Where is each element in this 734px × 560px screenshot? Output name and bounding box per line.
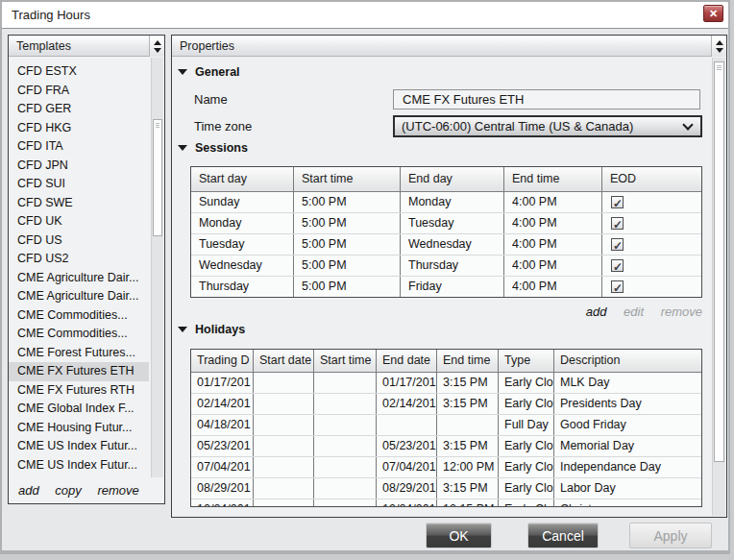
template-item[interactable]: CME Commodities... (9, 306, 149, 326)
templates-panel-title: Templates (16, 39, 71, 53)
session-row[interactable]: Tuesday5:00 PMWednesday4:00 PM (191, 233, 701, 255)
eod-checkbox[interactable] (611, 259, 624, 272)
template-item[interactable]: CFD US2 (9, 250, 149, 269)
template-item[interactable]: CFD JPN (9, 157, 149, 176)
template-item[interactable]: CFD SUI (9, 175, 149, 194)
holiday-cell: 3:15 PM (437, 394, 499, 414)
template-item[interactable]: CFD US (9, 231, 149, 251)
holiday-cell (254, 415, 314, 435)
template-item[interactable]: CME Global Index F... (9, 400, 149, 419)
holidays-column-header: Type (499, 350, 554, 372)
template-item[interactable]: CFD HKG (9, 119, 149, 138)
holiday-cell (314, 457, 377, 477)
template-item[interactable]: CFD ITA (9, 137, 149, 157)
holiday-cell: Labor Day (554, 478, 701, 499)
properties-panel-header: Properties (172, 36, 726, 57)
holiday-cell: MLK Day (554, 373, 701, 393)
session-cell: 5:00 PM (294, 192, 401, 212)
holiday-row[interactable]: 04/18/201Full DayGood Friday (191, 414, 701, 435)
session-eod-cell (602, 277, 701, 297)
template-item[interactable]: CME US Index Futur... (9, 437, 149, 456)
template-item[interactable]: CME Forest Futures... (9, 344, 149, 363)
timezone-select[interactable]: (UTC-06:00) Central Time (US & Canada) (393, 115, 702, 137)
name-label: Name (194, 92, 228, 107)
session-cell: Tuesday (191, 234, 294, 255)
template-item[interactable]: CFD GER (9, 100, 149, 119)
ok-button[interactable]: OK (426, 523, 492, 548)
template-item[interactable]: CFD FRA (9, 82, 149, 101)
templates-scrollbar-thumb[interactable] (153, 119, 162, 236)
properties-scrollbar (712, 58, 725, 516)
template-item[interactable]: CFD ESTX (9, 62, 149, 82)
holiday-row[interactable]: 07/04/20107/04/20112:00 PMEarly ClosInde… (191, 456, 701, 477)
scroll-down-icon[interactable] (154, 48, 161, 53)
session-row[interactable]: Sunday5:00 PMMonday4:00 PM (191, 192, 701, 212)
template-item[interactable]: CME Agriculture Dair... (9, 269, 149, 288)
sessions-edit-link[interactable]: edit (624, 304, 644, 319)
template-item[interactable]: CME FX Futures ETH (9, 362, 149, 381)
holiday-cell: 02/14/201 (377, 394, 437, 414)
templates-spinner[interactable] (149, 36, 164, 57)
template-item[interactable]: CFD SWE (9, 194, 149, 213)
properties-spinner[interactable] (711, 36, 726, 57)
trading-hours-dialog: Trading Hours ✕ Templates CFD ESTXCFD FR… (0, 0, 730, 554)
session-cell: Monday (401, 192, 504, 212)
sessions-remove-link[interactable]: remove (661, 304, 702, 319)
holiday-row[interactable]: 01/17/20101/17/2013:15 PMEarly ClosMLK D… (191, 373, 701, 393)
scroll-up-icon[interactable] (716, 40, 723, 45)
holiday-cell: 12/24/201 (377, 499, 437, 507)
sessions-add-link[interactable]: add (586, 304, 607, 319)
holiday-row[interactable]: 08/29/20108/29/2013:15 PMEarly ClosLabor… (191, 477, 701, 499)
holiday-cell: Early Clos (499, 478, 554, 499)
holiday-row[interactable]: 12/24/20112/24/20112:15 PMEarly ClosChri… (191, 499, 701, 507)
holidays-column-header: End time (437, 350, 499, 372)
sessions-section-header[interactable]: Sessions (178, 141, 248, 155)
holiday-cell (254, 394, 314, 414)
holidays-section-label: Holidays (195, 323, 245, 336)
close-button[interactable]: ✕ (703, 5, 723, 22)
holiday-cell: 12:00 PM (437, 457, 499, 477)
scroll-down-icon[interactable] (716, 48, 723, 53)
general-section-header[interactable]: General (178, 65, 240, 79)
template-item[interactable]: CME Agriculture Dair... (9, 287, 149, 306)
holiday-cell (437, 415, 499, 435)
eod-checkbox[interactable] (611, 280, 624, 293)
holiday-cell: 04/18/201 (191, 415, 254, 435)
eod-checkbox[interactable] (611, 217, 624, 230)
template-item[interactable]: CME Commodities... (9, 325, 149, 344)
holiday-row[interactable]: 02/14/20102/14/2013:15 PMEarly ClosPresi… (191, 393, 701, 414)
session-cell: 5:00 PM (294, 213, 401, 233)
scroll-up-icon[interactable] (154, 40, 161, 45)
collapse-triangle-icon (178, 69, 187, 75)
holiday-cell (314, 499, 377, 507)
holidays-column-header: Trading D (191, 350, 254, 372)
apply-button[interactable]: Apply (629, 523, 712, 548)
holiday-cell: 01/17/201 (191, 373, 254, 393)
templates-copy-link[interactable]: copy (55, 483, 81, 498)
eod-checkbox[interactable] (611, 238, 624, 251)
templates-remove-link[interactable]: remove (97, 483, 138, 498)
template-item[interactable]: CFD UK (9, 212, 149, 231)
holiday-cell: Early Clos (499, 394, 554, 414)
cancel-button[interactable]: Cancel (527, 523, 599, 548)
session-row[interactable]: Wednesday5:00 PMThursday4:00 PM (191, 255, 701, 276)
holiday-row[interactable]: 05/23/20105/23/2013:15 PMEarly ClosMemor… (191, 435, 701, 456)
name-input[interactable] (393, 89, 700, 110)
templates-add-link[interactable]: add (18, 483, 39, 498)
holidays-column-header: Start date (254, 350, 314, 372)
template-item[interactable]: CME Housing Futur... (9, 419, 149, 438)
holiday-cell: 05/23/201 (191, 436, 254, 456)
holiday-cell (314, 394, 377, 414)
session-row[interactable]: Monday5:00 PMTuesday4:00 PM (191, 212, 701, 233)
session-row[interactable]: Thursday5:00 PMFriday4:00 PM (191, 276, 701, 297)
eod-checkbox[interactable] (611, 196, 624, 208)
collapse-triangle-icon (178, 327, 187, 332)
holidays-section-header[interactable]: Holidays (178, 323, 245, 336)
properties-scrollbar-thumb[interactable] (714, 61, 724, 462)
sessions-column-header: Start day (191, 167, 294, 191)
holiday-cell: 12/24/201 (191, 499, 254, 507)
session-cell: 4:00 PM (504, 234, 602, 255)
template-item[interactable]: CME FX Futures RTH (9, 381, 149, 401)
sessions-table-body: Sunday5:00 PMMonday4:00 PMMonday5:00 PMT… (191, 192, 701, 297)
template-item[interactable]: CME US Index Futur... (9, 456, 149, 475)
